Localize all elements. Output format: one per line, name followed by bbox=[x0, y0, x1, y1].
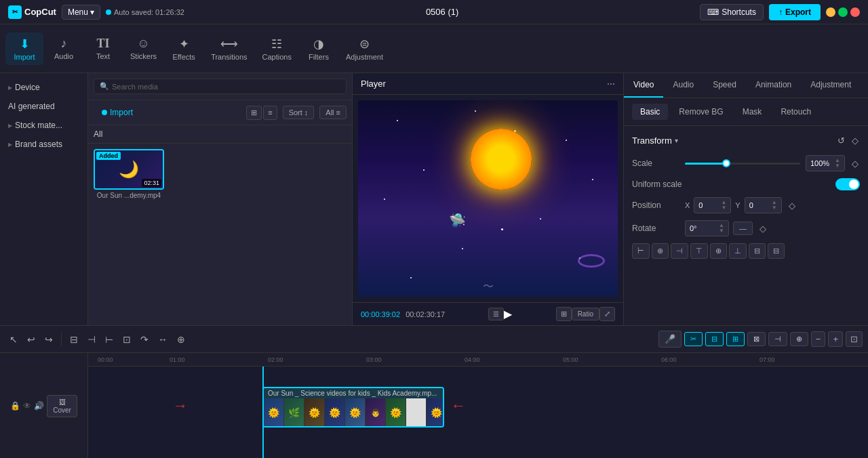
sub-tab-retouch[interactable]: Retouch bbox=[772, 104, 819, 120]
sidebar-item-brand[interactable]: ▶ Brand assets bbox=[3, 136, 85, 153]
sidebar-item-stock[interactable]: ▶ Stock mate... bbox=[3, 117, 85, 134]
ratio-button[interactable]: Ratio bbox=[572, 308, 599, 320]
tool-transitions[interactable]: ⟷ Transitions bbox=[204, 33, 254, 65]
magnet-button[interactable]: ⊠ bbox=[747, 332, 766, 346]
undo-button[interactable]: ↩ bbox=[23, 331, 39, 348]
zoom-out-button[interactable]: − bbox=[811, 331, 826, 347]
player-viewport: 🛸 〜 bbox=[358, 100, 618, 297]
sidebar-item-device[interactable]: ▶ Device bbox=[3, 79, 85, 96]
transform-diamond-button[interactable]: ◇ bbox=[850, 134, 860, 147]
split-button[interactable]: ⊟ bbox=[66, 331, 82, 348]
align-right-button[interactable]: ⊣ bbox=[671, 243, 688, 259]
maximize-button[interactable] bbox=[838, 7, 848, 17]
tool-text[interactable]: TI Text bbox=[84, 33, 122, 64]
crop-button[interactable]: ⊡ bbox=[119, 331, 135, 348]
tool-adjustment[interactable]: ⊜ Adjustment bbox=[339, 33, 390, 65]
tab-audio[interactable]: Audio bbox=[663, 73, 703, 98]
minimize-button[interactable] bbox=[826, 7, 835, 17]
grid-view-button[interactable]: ⊞ bbox=[246, 106, 262, 120]
tab-speed[interactable]: Speed bbox=[703, 73, 746, 98]
sort-button[interactable]: Sort ↕ bbox=[283, 106, 315, 119]
y-value: 0 bbox=[749, 201, 753, 209]
trim-right-button[interactable]: ⊢ bbox=[101, 331, 117, 348]
add-marker-button[interactable]: ⊕ bbox=[790, 332, 808, 346]
track-lock-button[interactable]: 🔒 bbox=[10, 401, 20, 411]
sub-tab-mask[interactable]: Mask bbox=[734, 104, 770, 120]
y-decrement[interactable]: ▼ bbox=[772, 205, 777, 211]
fit-button[interactable]: ⊞ bbox=[556, 307, 572, 321]
scale-slider[interactable] bbox=[685, 163, 800, 165]
rotate-track-button[interactable]: ↷ bbox=[136, 331, 153, 348]
x-decrement[interactable]: ▼ bbox=[721, 205, 726, 211]
sub-tab-remove-bg[interactable]: Remove BG bbox=[671, 104, 731, 120]
align-top-button[interactable]: ⊤ bbox=[690, 243, 708, 259]
topbar: ✂ CopCut Menu ▾ Auto saved: 01:26:32 050… bbox=[0, 0, 868, 24]
align-distribute-v-button[interactable]: ⊟ bbox=[768, 243, 785, 259]
align-bottom-button[interactable]: ⊥ bbox=[729, 243, 747, 259]
import-button[interactable]: Import bbox=[94, 104, 141, 121]
player-title: Player bbox=[361, 79, 386, 89]
tool-filters[interactable]: ◑ Filters bbox=[300, 33, 338, 65]
scale-input[interactable]: 100% ▲ ▼ bbox=[806, 155, 845, 171]
transform-header: Transform ▾ ↺ ◇ bbox=[632, 134, 860, 147]
player-menu-icon[interactable]: ⋯ bbox=[607, 79, 615, 89]
sort-icon: ↕ bbox=[304, 108, 309, 117]
tool-audio[interactable]: ♪ Audio bbox=[45, 33, 83, 64]
mic-button[interactable]: 🎤 bbox=[658, 331, 682, 348]
redo-button[interactable]: ↪ bbox=[41, 331, 57, 348]
timeline-view-button[interactable]: ☰ bbox=[488, 308, 504, 320]
transform-reset-button[interactable]: ↺ bbox=[836, 134, 846, 147]
rotate-input[interactable]: 0° ▲ ▼ bbox=[685, 220, 729, 236]
play-button[interactable]: ▶ bbox=[504, 308, 512, 320]
rotate-diamond-button[interactable]: ◇ bbox=[758, 222, 768, 235]
position-y-input[interactable]: 0 ▲ ▼ bbox=[745, 197, 782, 213]
tab-animation[interactable]: Animation bbox=[746, 73, 801, 98]
rotate-controls: 0° ▲ ▼ — bbox=[685, 220, 753, 236]
scale-diamond-button[interactable]: ◇ bbox=[850, 157, 860, 170]
position-x-input[interactable]: 0 ▲ ▼ bbox=[694, 197, 731, 213]
cover-button[interactable]: 🖼 Cover bbox=[47, 395, 77, 417]
position-diamond-button[interactable]: ◇ bbox=[787, 199, 797, 212]
tab-video[interactable]: Video bbox=[624, 73, 663, 98]
brand-arrow: ▶ bbox=[8, 142, 12, 148]
flip-button[interactable]: ↔ bbox=[154, 331, 172, 348]
track-frame: 🌞 bbox=[386, 398, 406, 427]
close-button[interactable] bbox=[850, 7, 860, 17]
tool-stickers[interactable]: ☺ Stickers bbox=[123, 33, 163, 64]
shortcuts-button[interactable]: ⌨ Shortcuts bbox=[700, 4, 764, 20]
list-view-button[interactable]: ≡ bbox=[263, 106, 277, 120]
cut-tool-button[interactable]: ✂ bbox=[684, 332, 703, 346]
tab-adjustment[interactable]: Adjustment bbox=[801, 73, 861, 98]
fullscreen-button[interactable]: ⤢ bbox=[599, 307, 615, 321]
menu-button[interactable]: Menu ▾ bbox=[62, 5, 100, 20]
ripple-button[interactable]: ⊞ bbox=[726, 332, 745, 346]
trim-left-button[interactable]: ⊣ bbox=[83, 331, 100, 348]
tool-effects[interactable]: ✦ Effects bbox=[165, 33, 203, 65]
filter-all-label: All bbox=[326, 108, 334, 117]
tool-import[interactable]: ⬇ Import bbox=[5, 33, 43, 65]
zoom-in-button[interactable]: + bbox=[828, 331, 843, 347]
uniform-scale-toggle[interactable] bbox=[835, 178, 860, 190]
video-track[interactable]: Our Sun _ Science videos for kids _ Kids… bbox=[262, 387, 444, 428]
sidebar-item-ai[interactable]: AI generated bbox=[3, 98, 85, 115]
fit-timeline-button[interactable]: ⊡ bbox=[846, 331, 863, 347]
select-tool-button[interactable]: ↖ bbox=[5, 331, 22, 348]
more-tools-button[interactable]: ⊕ bbox=[173, 331, 189, 348]
filter-all-button[interactable]: All ≡ bbox=[319, 106, 347, 119]
tool-captions[interactable]: ☷ Captions bbox=[256, 33, 298, 65]
clip-tool-button[interactable]: ⊟ bbox=[705, 332, 724, 346]
align-center-h-button[interactable]: ⊕ bbox=[652, 243, 669, 259]
scale-decrement[interactable]: ▼ bbox=[835, 163, 840, 169]
export-button[interactable]: ↑ Export bbox=[769, 4, 821, 20]
align-center-v-button[interactable]: ⊕ bbox=[710, 243, 727, 259]
track-audio-button[interactable]: 🔊 bbox=[34, 401, 44, 411]
wave-bar bbox=[271, 427, 273, 428]
track-visibility-button[interactable]: 👁 bbox=[23, 401, 31, 411]
align-left-button[interactable]: ⊢ bbox=[632, 243, 650, 259]
rotate-reset-button[interactable]: — bbox=[733, 222, 753, 235]
media-item[interactable]: 🌙 Added 02:31 Our Sun ...demy.mp4 bbox=[94, 149, 164, 199]
rotate-decrement[interactable]: ▼ bbox=[719, 228, 724, 234]
sub-tab-basic[interactable]: Basic bbox=[632, 104, 668, 120]
align-track-button[interactable]: ⊣ bbox=[768, 332, 787, 346]
align-distribute-h-button[interactable]: ⊟ bbox=[749, 243, 766, 259]
